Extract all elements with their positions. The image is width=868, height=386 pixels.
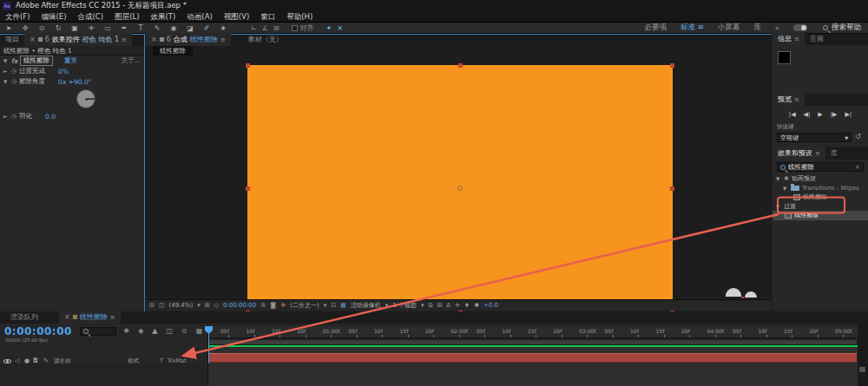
snap-checkbox[interactable]	[292, 25, 298, 31]
timeline-scrollbar[interactable]	[858, 324, 868, 386]
local-axis-icon[interactable]: ∟	[251, 24, 257, 32]
motion-blur-icon[interactable]: ⊙	[181, 327, 187, 335]
chevron-down-icon[interactable]: ▾	[421, 302, 424, 309]
main-viewer-icon[interactable]: ◫	[159, 302, 165, 309]
zoom-level[interactable]: (49.4%)	[169, 302, 194, 309]
workspace-toggle-icon[interactable]	[793, 24, 807, 31]
stopwatch-icon[interactable]: ◷	[11, 68, 16, 75]
selection-handle[interactable]	[246, 186, 250, 191]
tool-icon[interactable]: ✐	[201, 24, 212, 32]
next-frame-button[interactable]: |▶	[831, 111, 838, 118]
time-ruler[interactable]: 05f10f15f20f01:00f05f10f15f20f02:00f05f1…	[208, 326, 858, 338]
snapshot-icon[interactable]: ✇	[260, 302, 266, 309]
tool-icon[interactable]: ⊙	[36, 24, 47, 32]
anchor-point[interactable]	[457, 186, 463, 191]
flowchart-icon[interactable]: ♦	[464, 302, 470, 309]
workspace-libraries[interactable]: 库	[753, 23, 761, 33]
clear-search-icon[interactable]: ×	[855, 163, 860, 171]
pixel-aspect-icon[interactable]: ⊞	[437, 302, 442, 309]
camera-select[interactable]: 活动摄像机	[351, 301, 381, 310]
mini-flowchart-icon[interactable]: ❖	[123, 327, 129, 335]
close-icon[interactable]: ×	[64, 313, 70, 321]
stopwatch-icon[interactable]: ◷	[11, 78, 16, 85]
tab-libraries[interactable]: 库	[825, 147, 843, 160]
workspace-small-screen[interactable]: 小屏幕	[718, 23, 740, 33]
snap-option-icon[interactable]: ✦	[326, 24, 332, 32]
resolution-select[interactable]: (二分之一)	[290, 301, 319, 310]
close-icon[interactable]: ×	[151, 36, 157, 43]
tab-footage[interactable]: 素材（无）	[243, 33, 288, 46]
selection-handle[interactable]	[246, 63, 250, 68]
world-axis-icon[interactable]: ∠	[262, 24, 268, 32]
chevron-down-icon[interactable]: ▼	[776, 204, 781, 209]
previous-frame-button[interactable]: ◀|	[804, 111, 811, 118]
layer-duration-bar[interactable]	[209, 353, 857, 363]
tool-icon[interactable]: ◪	[185, 24, 195, 32]
tab-effects-presets[interactable]: 效果和预设≡	[773, 147, 825, 160]
chevron-down-icon[interactable]: ▾	[324, 302, 327, 309]
panel-menu-icon[interactable]: ≡	[122, 36, 127, 43]
about-link[interactable]: 关于...	[122, 56, 141, 65]
tool-icon[interactable]: ↻	[53, 24, 63, 32]
play-button[interactable]: ▶	[818, 111, 822, 118]
menu-composition[interactable]: 合成(C)	[78, 12, 104, 23]
menu-window[interactable]: 窗口	[260, 12, 275, 23]
menu-layer[interactable]: 图层(L)	[115, 12, 139, 23]
workspace-standard[interactable]: 标准 ≡	[681, 23, 704, 33]
safe-margins-icon[interactable]: ⊞	[205, 302, 210, 309]
chevron-right-icon[interactable]: ►	[3, 69, 9, 74]
selection-handle[interactable]	[670, 186, 674, 191]
reset-preview-icon[interactable]: ↺	[855, 133, 861, 141]
menu-effect[interactable]: 效果(T)	[151, 12, 176, 23]
region-of-interest-icon[interactable]: ⊡	[331, 302, 336, 309]
menu-view[interactable]: 视图(V)	[224, 12, 249, 23]
always-preview-icon[interactable]: ⊟	[149, 302, 155, 309]
chevron-down-icon[interactable]: ▾	[385, 302, 389, 309]
tab-effect-controls[interactable]: × 6 效果控件 橙色 纯色 1 ≡	[24, 33, 132, 46]
tool-icon[interactable]: ★	[218, 24, 228, 32]
tool-icon[interactable]: T	[135, 24, 146, 32]
menu-edit[interactable]: 编辑(E)	[42, 12, 67, 23]
view-axis-icon[interactable]: ⊞	[273, 24, 279, 32]
shortcut-select[interactable]: 空格键 ▼	[777, 133, 852, 142]
viewer-subtab[interactable]: 线性擦除	[153, 46, 193, 56]
effect-name[interactable]: 线性擦除	[20, 56, 53, 66]
chevron-down-icon[interactable]: ▾	[197, 302, 201, 309]
tool-icon[interactable]: ✛	[86, 24, 96, 32]
chevron-down-icon[interactable]: ▼	[783, 186, 788, 191]
tool-icon[interactable]: ▣	[69, 24, 80, 32]
workspace-essentials[interactable]: 必要项	[644, 23, 667, 33]
reset-link[interactable]: 重置	[64, 56, 77, 65]
tree-effect-linear-wipe[interactable]: 线性擦除	[773, 211, 868, 220]
panel-menu-icon[interactable]: ≡	[815, 150, 820, 157]
chevron-right-icon[interactable]: ►	[3, 114, 9, 119]
work-area-bar[interactable]	[208, 339, 858, 345]
tab-audio[interactable]: 音频	[805, 32, 829, 45]
resize-grip-icon[interactable]	[859, 367, 865, 372]
tree-folder-wipes[interactable]: ▼ Transitions - Wipes	[773, 184, 868, 193]
property-value[interactable]: 0x +90.0°	[58, 78, 91, 86]
frame-blending-icon[interactable]: ◫	[166, 327, 173, 335]
first-frame-button[interactable]: |◀	[789, 111, 796, 118]
mask-visibility-icon[interactable]: ◇	[214, 302, 219, 309]
tab-info[interactable]: 信息≡	[773, 32, 805, 45]
view-layout-select[interactable]: 1 个视图	[392, 301, 417, 310]
property-value[interactable]: 0%	[58, 68, 69, 75]
tab-project[interactable]: 项目	[0, 33, 24, 46]
viewer-canvas[interactable]: 线性擦除	[146, 46, 772, 300]
orange-solid-layer[interactable]	[247, 65, 673, 311]
panel-menu-icon[interactable]: ≡	[794, 36, 799, 43]
chevron-down-icon[interactable]: ▼	[3, 58, 9, 63]
fast-previews-icon[interactable]: ∆	[446, 302, 450, 309]
snap-option2-icon[interactable]: ✕	[337, 24, 343, 32]
menu-help[interactable]: 帮助(H)	[286, 12, 312, 23]
menu-animation[interactable]: 动画(A)	[187, 12, 212, 23]
draft-3d-icon[interactable]: ◈	[138, 327, 143, 335]
chevron-down-icon[interactable]: ▼	[3, 79, 9, 84]
selection-handle[interactable]	[458, 63, 463, 68]
workspace-overflow-chevron[interactable]: »	[775, 23, 779, 32]
tool-icon[interactable]: ➤	[3, 24, 14, 32]
panel-menu-icon[interactable]: ≡	[110, 314, 115, 321]
angle-dial[interactable]	[76, 89, 95, 108]
tool-icon[interactable]: ◉	[168, 24, 179, 32]
